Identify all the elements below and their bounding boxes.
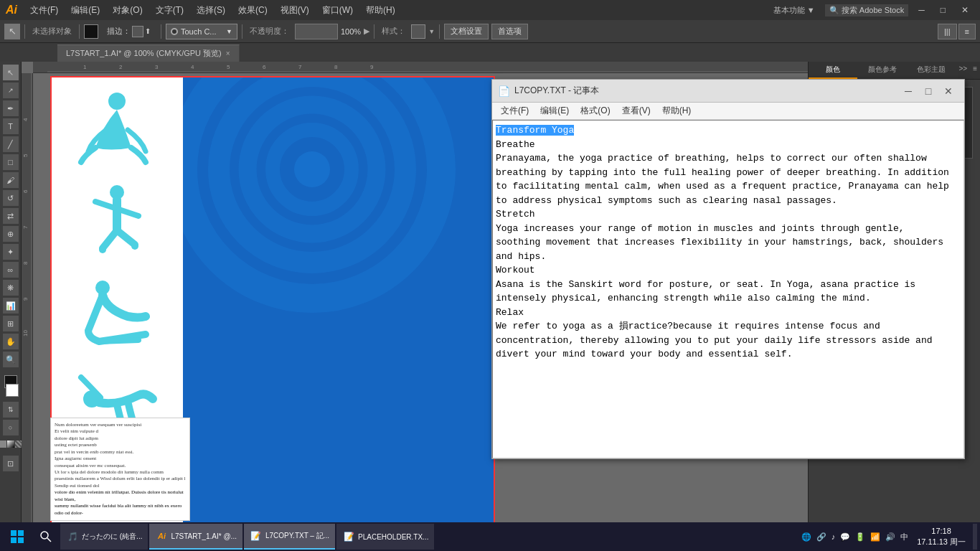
color-mode-color[interactable]	[0, 441, 6, 448]
style-label: 样式：	[379, 26, 408, 37]
color-mode-pattern[interactable]	[15, 441, 22, 448]
stroke-box[interactable]	[6, 384, 19, 397]
more-btn[interactable]: ≡	[958, 24, 976, 39]
tool-rect[interactable]: □	[3, 154, 19, 170]
menu-text[interactable]: 文字(T)	[150, 3, 189, 18]
svg-text:10: 10	[22, 330, 29, 336]
toolbar-divider-4	[242, 24, 242, 39]
menu-view[interactable]: 视图(V)	[275, 3, 315, 18]
battery-icon[interactable]: 🔋	[854, 532, 867, 542]
wifi-icon[interactable]: 📶	[869, 532, 882, 542]
taskbar-placeholder-btn[interactable]: 📝 PLACEHOLDER.TX...	[336, 524, 434, 550]
ime-text-display[interactable]: 中	[899, 532, 910, 542]
menu-select[interactable]: 选择(S)	[191, 3, 231, 18]
notepad-menu-format[interactable]: 格式(O)	[575, 103, 616, 118]
tool-hand[interactable]: ✋	[3, 334, 19, 349]
svg-text:9: 9	[370, 64, 374, 70]
notepad-menu-edit[interactable]: 编辑(E)	[534, 103, 575, 118]
notepad-label: L7COPY.TXT – 記...	[265, 531, 329, 541]
preferences-btn[interactable]: 首选项	[491, 24, 528, 39]
menu-window[interactable]: 窗口(W)	[316, 3, 359, 18]
music-icon: 🎵	[66, 530, 79, 543]
color-mode-gradient[interactable]	[7, 441, 14, 448]
wechat-icon[interactable]: 💬	[839, 532, 852, 542]
close-btn[interactable]: ✕	[956, 4, 974, 17]
search-icon	[40, 531, 52, 542]
show-desktop-btn[interactable]	[973, 524, 977, 550]
opacity-input[interactable]	[295, 24, 338, 39]
menu-effect[interactable]: 效果(C)	[232, 3, 273, 18]
volume-icon[interactable]: 🔊	[884, 532, 897, 542]
search-button[interactable]	[33, 524, 59, 550]
menu-help[interactable]: 帮助(H)	[360, 3, 401, 18]
panel-expand[interactable]: >>	[956, 62, 970, 79]
tab-color-guide[interactable]: 颜色参考	[857, 62, 906, 79]
notepad-menu-file[interactable]: 文件(F)	[495, 103, 534, 118]
tool-symbol[interactable]: ❋	[3, 280, 19, 296]
fill-color[interactable]	[84, 24, 98, 39]
doc-settings-btn[interactable]: 文档设置	[444, 24, 489, 39]
tool-line[interactable]: ╱	[3, 136, 19, 152]
notepad-menu-help[interactable]: 帮助(H)	[656, 103, 697, 118]
ai-logo: Ai	[6, 4, 17, 17]
tool-direct[interactable]: ↗	[3, 83, 19, 98]
notepad-content-area[interactable]: Transform Yoga Breathe Pranayama, the yo…	[492, 120, 964, 458]
music-tray-icon[interactable]: ♪	[830, 532, 837, 541]
touch-chevron: ▼	[226, 28, 232, 35]
svg-point-20	[99, 246, 106, 253]
menu-object[interactable]: 对象(O)	[107, 3, 148, 18]
tool-artboard[interactable]: ⊞	[3, 316, 19, 331]
tab-close-btn[interactable]: ×	[226, 50, 230, 57]
tool-rotate[interactable]: ↺	[3, 190, 19, 206]
stroke-arrow[interactable]: 描边： ⬆	[101, 24, 156, 39]
tool-none[interactable]: ○	[3, 420, 19, 435]
taskbar-illustrator-btn[interactable]: Ai L7START_1.AI* @...	[149, 524, 242, 550]
system-clock[interactable]: 17:18 17.11.13 周一	[913, 526, 970, 548]
tool-mirror[interactable]: ⇄	[3, 208, 19, 224]
workspace-selector[interactable]: 基本功能 ▼	[768, 4, 821, 17]
menu-edit[interactable]: 编辑(E)	[65, 3, 105, 18]
browser-icon[interactable]: 🌐	[800, 532, 813, 542]
svg-point-28	[294, 151, 330, 187]
tool-brush[interactable]: 🖌	[3, 172, 19, 188]
start-button[interactable]	[3, 524, 32, 550]
svg-rect-29	[11, 530, 17, 536]
search-stock[interactable]: 🔍 搜索 Adobe Stock	[825, 4, 909, 17]
taskbar-music-btn[interactable]: 🎵 だったのに (純音...	[60, 524, 148, 550]
tool-zoom[interactable]: 🔍	[3, 352, 19, 367]
tool-pen[interactable]: ✒	[3, 100, 19, 116]
panel-tabs: 颜色 颜色参考 色彩主题 >> ≡	[809, 62, 980, 80]
svg-text:6: 6	[263, 64, 266, 70]
notepad-menu-view[interactable]: 查看(V)	[616, 103, 656, 118]
taskbar-notepad-btn[interactable]: 📝 L7COPY.TXT – 記...	[244, 524, 335, 550]
tool-text[interactable]: T	[3, 118, 19, 134]
tool-width[interactable]: ⊕	[3, 226, 19, 242]
notepad-title-icon: 📄	[498, 85, 510, 97]
notepad-restore-btn[interactable]: □	[918, 81, 938, 101]
network-icon[interactable]: 🔗	[815, 532, 828, 542]
tool-swap[interactable]: ⇅	[3, 402, 19, 418]
menu-file[interactable]: 文件(F)	[24, 3, 64, 18]
notepad-body: Transform Yoga Breathe Pranayama, the yo…	[492, 120, 964, 458]
panel-menu[interactable]: ≡	[970, 62, 980, 79]
ruler-v-marks: 4 5 6 7 8 9 10	[22, 73, 33, 529]
minimize-btn[interactable]: ─	[913, 4, 930, 17]
tab-color[interactable]: 颜色	[809, 62, 857, 79]
tool-blend[interactable]: ∞	[3, 262, 19, 278]
selection-tool[interactable]: ↖	[4, 24, 20, 39]
notepad-body-text: Breathe Pranayama, the yoga practice of …	[496, 139, 949, 360]
tab-color-theme[interactable]: 色彩主题	[907, 62, 956, 79]
notepad-close-btn[interactable]: ✕	[938, 81, 958, 101]
yoga-left-panel: Num doloreetum ver esequam ver suscipisi…	[50, 76, 183, 529]
yoga-design: Num doloreetum ver esequam ver suscipisi…	[50, 76, 495, 529]
restore-btn[interactable]: □	[935, 4, 951, 17]
tool-eyedrop[interactable]: ✦	[3, 244, 19, 260]
notepad-minimize-btn[interactable]: ─	[898, 81, 918, 101]
arrange-btn[interactable]: |||	[938, 24, 957, 39]
touch-brush-dropdown[interactable]: Touch C... ▼	[166, 24, 237, 39]
tool-screen-mode[interactable]: ⊡	[3, 456, 19, 471]
tool-select[interactable]: ↖	[3, 65, 19, 80]
tool-column[interactable]: 📊	[3, 298, 19, 314]
document-tab[interactable]: L7START_1.AI* @ 100% (CMYK/GPU 预览) ×	[57, 44, 240, 62]
style-preview[interactable]	[411, 24, 425, 39]
